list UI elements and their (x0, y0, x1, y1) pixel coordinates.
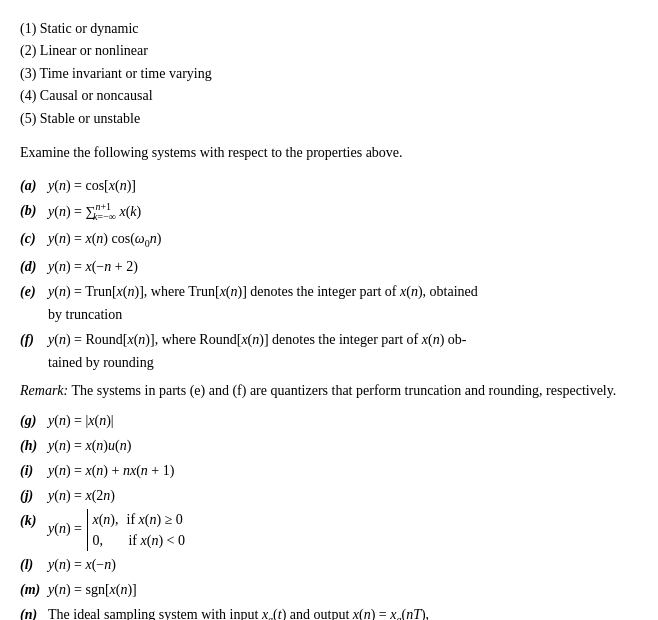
label-k: (k) (20, 509, 48, 532)
remark-body: The systems in parts (e) and (f) are qua… (68, 383, 616, 398)
content-g: y(n) = |x(n)| (48, 409, 638, 432)
label-c: (c) (20, 227, 48, 250)
content-a: y(n) = cos[x(n)] (48, 174, 638, 197)
content-e: y(n) = Trun[x(n)], where Trun[x(n)] deno… (48, 280, 638, 326)
list-item-2: (2) Linear or nonlinear (20, 40, 638, 62)
problem-e: (e) y(n) = Trun[x(n)], where Trun[x(n)] … (20, 280, 638, 326)
content-f: y(n) = Round[x(n)], where Round[x(n)] de… (48, 328, 638, 374)
piecewise-val-2: 0, (92, 530, 120, 551)
piecewise-k: x(n), if x(n) ≥ 0 0, if x(n) < 0 (87, 509, 185, 551)
label-d: (d) (20, 255, 48, 278)
piecewise-row-2: 0, if x(n) < 0 (92, 530, 185, 551)
problems-section: (a) y(n) = cos[x(n)] (b) y(n) = ∑n+1k=−∞… (20, 174, 638, 620)
content-n: The ideal sampling system with input xa(… (48, 603, 638, 620)
property-list: (1) Static or dynamic (2) Linear or nonl… (20, 18, 638, 130)
label-b: (b) (20, 199, 48, 222)
list-item-4: (4) Causal or noncausal (20, 85, 638, 107)
label-j: (j) (20, 484, 48, 507)
label-l: (l) (20, 553, 48, 576)
problem-g: (g) y(n) = |x(n)| (20, 409, 638, 432)
label-i: (i) (20, 459, 48, 482)
label-e: (e) (20, 280, 48, 303)
remark-label: Remark: (20, 383, 68, 398)
label-a: (a) (20, 174, 48, 197)
content-c: y(n) = x(n) cos(ω0n) (48, 227, 638, 252)
list-item-1: (1) Static or dynamic (20, 18, 638, 40)
label-h: (h) (20, 434, 48, 457)
examine-instruction: Examine the following systems with respe… (20, 142, 638, 164)
problem-k: (k) y(n) = x(n), if x(n) ≥ 0 0, if x(n) … (20, 509, 638, 551)
piecewise-val-1: x(n), (92, 509, 118, 530)
label-g: (g) (20, 409, 48, 432)
content-l: y(n) = x(−n) (48, 553, 638, 576)
label-f: (f) (20, 328, 48, 351)
label-m: (m) (20, 578, 48, 601)
remark-text: Remark: The systems in parts (e) and (f)… (20, 380, 638, 402)
list-item-5: (5) Stable or unstable (20, 108, 638, 130)
content-i: y(n) = x(n) + nx(n + 1) (48, 459, 638, 482)
content-k: y(n) = x(n), if x(n) ≥ 0 0, if x(n) < 0 (48, 509, 638, 551)
content-d: y(n) = x(−n + 2) (48, 255, 638, 278)
problem-m: (m) y(n) = sgn[x(n)] (20, 578, 638, 601)
problem-h: (h) y(n) = x(n)u(n) (20, 434, 638, 457)
list-item-3: (3) Time invariant or time varying (20, 63, 638, 85)
problem-i: (i) y(n) = x(n) + nx(n + 1) (20, 459, 638, 482)
problem-c: (c) y(n) = x(n) cos(ω0n) (20, 227, 638, 252)
problem-j: (j) y(n) = x(2n) (20, 484, 638, 507)
problem-f: (f) y(n) = Round[x(n)], where Round[x(n)… (20, 328, 638, 374)
label-n: (n) (20, 603, 48, 620)
piecewise-cond-2: if x(n) < 0 (128, 530, 185, 551)
problem-n: (n) The ideal sampling system with input… (20, 603, 638, 620)
content-m: y(n) = sgn[x(n)] (48, 578, 638, 601)
problem-a: (a) y(n) = cos[x(n)] (20, 174, 638, 197)
content-h: y(n) = x(n)u(n) (48, 434, 638, 457)
content-j: y(n) = x(2n) (48, 484, 638, 507)
problem-b: (b) y(n) = ∑n+1k=−∞ x(k) (20, 199, 638, 225)
problem-l: (l) y(n) = x(−n) (20, 553, 638, 576)
content-b: y(n) = ∑n+1k=−∞ x(k) (48, 199, 638, 225)
problem-d: (d) y(n) = x(−n + 2) (20, 255, 638, 278)
piecewise-cond-1: if x(n) ≥ 0 (127, 509, 183, 530)
piecewise-row-1: x(n), if x(n) ≥ 0 (92, 509, 185, 530)
